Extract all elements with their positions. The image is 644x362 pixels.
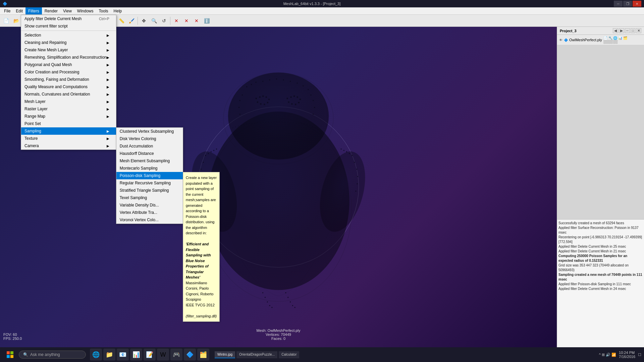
fps-display: FPS: 250.0	[3, 337, 22, 341]
menu-quality[interactable]: Quality Measure and Computations ▶	[21, 83, 116, 90]
taskbar-app-ppt[interactable]: 📊	[130, 349, 142, 361]
menu-render[interactable]: Render	[42, 7, 60, 14]
toolbar-x-del2[interactable]: ✕	[182, 16, 191, 25]
pointset-label: Point Set	[24, 121, 41, 126]
menu-camera[interactable]: Camera ▶	[21, 142, 116, 149]
app-icon: 🔷	[3, 2, 7, 6]
sampling-hausdorff[interactable]: Hausdorff Distance	[116, 150, 183, 157]
menu-pointset[interactable]: Point Set	[21, 120, 116, 127]
layer-options-icons: 📄 🔧 🌐 📊 🗂️ ░░░░░░	[603, 36, 642, 44]
menu-smoothing[interactable]: Smoothing, Fairing and Deformation ▶	[21, 76, 116, 83]
taskbar-running-app3[interactable]: Calculator	[279, 351, 299, 358]
mesh-name-display: Mesh: OwlMeshPerfect.ply	[257, 328, 301, 333]
menu-color[interactable]: Color Creation and Processing ▶	[21, 68, 116, 76]
sampling-dust[interactable]: Dust Accumulation	[116, 142, 183, 150]
panel-close[interactable]: ✕	[636, 28, 641, 33]
taskbar-tray: ^ ⊞ 🔊 📶 10:24 PM 7/16/2016 ☐	[599, 351, 641, 359]
panel-icon-1[interactable]: ◀	[613, 28, 618, 33]
menu-remeshing[interactable]: Remeshing, Simplification and Reconstruc…	[21, 54, 116, 61]
menu-texture[interactable]: Texture ▶	[21, 135, 116, 142]
menu-apply-filter[interactable]: Apply filter Delete Current Mesh Ctrl+P	[21, 15, 116, 22]
menu-range[interactable]: Range Map ▶	[21, 113, 116, 120]
toolbar-rotate[interactable]: ↺	[159, 16, 169, 25]
toolbar-x-del3[interactable]: ✕	[192, 16, 201, 25]
sampling-vertex-attr[interactable]: Vertex Attribute Tra...	[116, 209, 183, 216]
vertices-display: Vertices: 70449	[257, 333, 301, 337]
project-title: Project_3 ◀ ▶ ─ □ ✕	[557, 27, 644, 35]
sampling-texel[interactable]: Texel Sampling	[116, 194, 183, 201]
menu-cleaning[interactable]: Cleaning and Repairing ▶	[21, 39, 116, 46]
toolbar-ruler[interactable]: 📏	[117, 16, 126, 25]
taskbar-app-word[interactable]: 📝	[144, 349, 156, 361]
menu-create-mesh[interactable]: Create New Mesh Layer ▶	[21, 46, 116, 54]
texture-label: Texture	[24, 136, 38, 141]
taskbar-running-app1[interactable]: Wintro.jpg	[215, 351, 235, 358]
toolbar-info[interactable]: ℹ️	[202, 16, 211, 25]
sampling-mesh-elem[interactable]: Mesh Element Subsampling	[116, 157, 183, 165]
toolbar-move[interactable]: ✥	[139, 16, 149, 25]
sampling-variable[interactable]: Variable Density Dis...	[116, 201, 183, 209]
menu-view[interactable]: View	[60, 7, 74, 14]
taskbar-app-folder[interactable]: 🗂️	[197, 349, 209, 361]
show-script-label: Show current filter script	[24, 24, 68, 28]
sampling-regular[interactable]: Regular Recursive Sampling	[116, 179, 183, 187]
toolbar-paint[interactable]: 🖌️	[127, 16, 136, 25]
tooltip-box: Create a new layer populated with a poin…	[183, 172, 220, 322]
toolbar-open[interactable]: 📂	[11, 16, 21, 25]
range-arrow: ▶	[107, 115, 109, 118]
create-mesh-arrow: ▶	[107, 48, 109, 52]
taskbar-app-word2[interactable]: W	[157, 349, 169, 361]
sampling-stratified[interactable]: Stratified Triangle Sampling	[116, 187, 183, 194]
taskbar-search-box[interactable]: 🔍 Ask me anything	[19, 351, 86, 359]
taskbar-app-steam[interactable]: 🎮	[170, 349, 182, 361]
minimize-button[interactable]: ─	[614, 1, 623, 7]
menu-selection[interactable]: Selection ▶	[21, 32, 116, 39]
menu-edit[interactable]: Edit	[13, 7, 25, 14]
menu-file[interactable]: File	[1, 7, 13, 14]
log-message-10: Applied filter Delete Current Mesh in 24…	[558, 287, 643, 291]
sampling-disk-color[interactable]: Disk Vertex Coloring	[116, 135, 183, 142]
quality-arrow: ▶	[107, 85, 109, 89]
taskbar-running-app2[interactable]: OrientalDragonPuzzle...	[236, 351, 277, 358]
menu-mesh-layer[interactable]: Mesh Layer ▶	[21, 98, 116, 105]
menu-tools[interactable]: Tools	[96, 7, 111, 14]
toolbar-x-del[interactable]: ✕	[172, 16, 181, 25]
menu-raster[interactable]: Raster Layer ▶	[21, 105, 116, 113]
sampling-clustered[interactable]: Clustered Vertex Subsampling	[116, 128, 183, 135]
menu-sep-1	[21, 31, 116, 31]
menu-show-script[interactable]: Show current filter script	[21, 22, 116, 30]
camera-label: Camera	[24, 143, 39, 148]
menu-normals[interactable]: Normals, Curvatures and Orientation ▶	[21, 90, 116, 98]
selection-label: Selection	[24, 33, 41, 38]
tooltip-wrapper: Create a new layer populated with a poin…	[183, 172, 220, 322]
sampling-montecarlo[interactable]: Montecarlo Sampling	[116, 165, 183, 172]
mesh-layer-arrow: ▶	[107, 100, 109, 104]
color-arrow: ▶	[107, 70, 109, 74]
close-button[interactable]: ✕	[633, 1, 641, 7]
start-button[interactable]	[3, 347, 17, 362]
menu-windows[interactable]: Windows	[74, 7, 96, 14]
layer-row-1[interactable]: 👁 🔷 OwlMeshPerfect.ply 📄 🔧 🌐 📊 🗂️ ░░░░░░	[557, 35, 644, 45]
apply-filter-shortcut: Ctrl+P	[99, 17, 109, 21]
restore-button[interactable]: ❐	[623, 1, 632, 7]
menu-filters[interactable]: Filters	[25, 7, 42, 14]
tooltip-citation: 'Efficient and Flexible Sampling with Bl…	[186, 241, 217, 280]
panel-minimize[interactable]: ─	[625, 28, 630, 33]
taskbar-app-chrome[interactable]: 🌐	[90, 349, 102, 361]
window-title: MeshLab_64bit v1.3.3 - [Project_3]	[10, 2, 614, 6]
taskbar-app-app1[interactable]: 🔷	[184, 349, 196, 361]
taskbar-app-explorer[interactable]: 📁	[103, 349, 115, 361]
log-message-7: Grid size was 353 447 323 (70449 allocat…	[558, 263, 643, 273]
menu-help[interactable]: Help	[111, 7, 125, 14]
sampling-poisson[interactable]: Poisson-disk Sampling Create a new layer…	[116, 172, 183, 179]
toolbar-zoom[interactable]: 🔍	[149, 16, 159, 25]
panel-maximize[interactable]: □	[631, 28, 635, 33]
svg-point-105	[228, 73, 329, 160]
sampling-voronoi[interactable]: Voronoi Vertex Colo...	[116, 216, 183, 224]
menu-sampling[interactable]: Sampling ▶ Clustered Vertex Subsampling …	[21, 127, 116, 135]
panel-icon-2[interactable]: ▶	[619, 28, 624, 33]
menu-polygonal[interactable]: Polygonal and Quad Mesh ▶	[21, 61, 116, 68]
sampling-label: Sampling	[24, 129, 41, 133]
taskbar-app-ms[interactable]: 📧	[117, 349, 129, 361]
toolbar-new[interactable]: 📄	[1, 16, 11, 25]
